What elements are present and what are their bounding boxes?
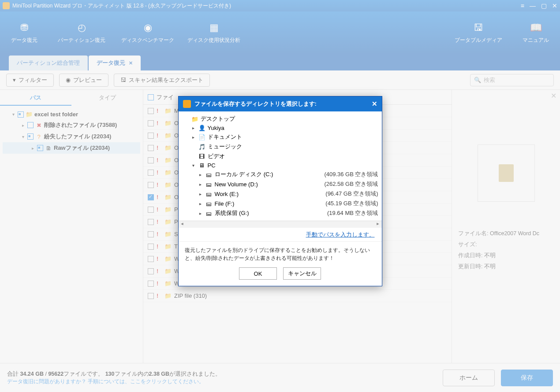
documents-icon: 📄 [198,134,206,141]
chevron-right-icon[interactable]: ▸ [198,201,203,206]
dialog-close-icon[interactable]: ✕ [372,100,377,108]
drive-name: File (F:) [215,200,235,207]
music-icon: 🎵 [198,144,206,150]
tree-drive[interactable]: ▸🖴File (F:)(45.19 GB 空き領域) [182,199,378,208]
drive-free-space: (409.36 GB 空き領域 [320,170,378,178]
folder-icon: 📁 [191,116,199,122]
drive-name: ローカル ディスク (C:) [215,170,273,178]
chevron-down-icon[interactable]: ▾ [191,163,196,168]
drive-free-space: (19.64 MB 空き領域 [323,209,378,217]
drive-free-space: (96.47 GB 空き領域) [321,190,378,198]
tree-user[interactable]: ▸👤Yukiya [182,124,378,132]
drive-name: New Volume (D:) [215,181,258,188]
tree-video[interactable]: 🎞ビデオ [182,152,378,161]
tree-pc[interactable]: ▾🖥PC [182,161,378,170]
tree-documents[interactable]: ▸📄ドキュメント [182,132,378,142]
user-icon: 👤 [198,125,206,131]
video-icon: 🎞 [198,153,206,160]
dialog-folder-tree: 📁デスクトップ ▸👤Yukiya ▸📄ドキュメント 🎵ミュージック 🎞ビデオ ▾… [179,111,382,221]
chevron-right-icon[interactable]: ▸ [198,192,203,196]
drive-icon: 🖴 [205,200,213,207]
drive-free-space: (45.19 GB 空き領域) [321,200,378,207]
drive-icon: 🖴 [205,181,213,188]
drive-icon: 🖴 [205,171,213,178]
manual-path-link[interactable]: 手動でパスを入力します。 [306,231,375,238]
dialog-titlebar: ファイルを保存するディレクトリを選択します: ✕ [179,96,382,111]
drive-name: Work (E:) [215,191,239,197]
chevron-right-icon[interactable]: ▸ [198,172,203,177]
pc-icon: 🖥 [198,162,206,169]
tree-drive[interactable]: ▸🖴系统保留 (G:)(19.64 MB 空き領域 [182,208,378,218]
tree-music[interactable]: 🎵ミュージック [182,142,378,152]
chevron-right-icon[interactable]: ▸ [198,211,203,216]
tree-drive[interactable]: ▸🖴ローカル ディスク (C:)(409.36 GB 空き領域 [182,170,378,179]
dialog-horizontal-scrollbar[interactable] [179,221,382,228]
tree-drive[interactable]: ▸🖴New Volume (D:)(262.58 GB 空き領域 [182,179,378,189]
save-directory-dialog: ファイルを保存するディレクトリを選択します: ✕ 📁デスクトップ ▸👤Yukiy… [178,96,382,286]
dialog-cancel-button[interactable]: キャンセル [283,267,321,280]
dialog-warning-text: 復元したファイルを別のドライブに保存することをお勧めします。そうしないと、紛失/… [179,241,382,264]
drive-icon: 🖴 [205,191,213,197]
tree-desktop[interactable]: 📁デスクトップ [182,114,378,124]
chevron-right-icon[interactable]: ▸ [191,135,196,140]
dialog-ok-button[interactable]: OK [239,267,277,280]
tree-drive[interactable]: ▸🖴Work (E:)(96.47 GB 空き領域) [182,189,378,199]
modal-overlay: ファイルを保存するディレクトリを選択します: ✕ 📁デスクトップ ▸👤Yukiy… [0,0,560,392]
chevron-right-icon[interactable]: ▸ [191,126,196,130]
dialog-logo-icon [183,100,191,108]
drive-free-space: (262.58 GB 空き領域 [320,180,378,188]
chevron-right-icon[interactable]: ▸ [198,182,203,187]
drive-icon: 🖴 [205,210,213,217]
drive-name: 系统保留 (G:) [215,209,249,217]
